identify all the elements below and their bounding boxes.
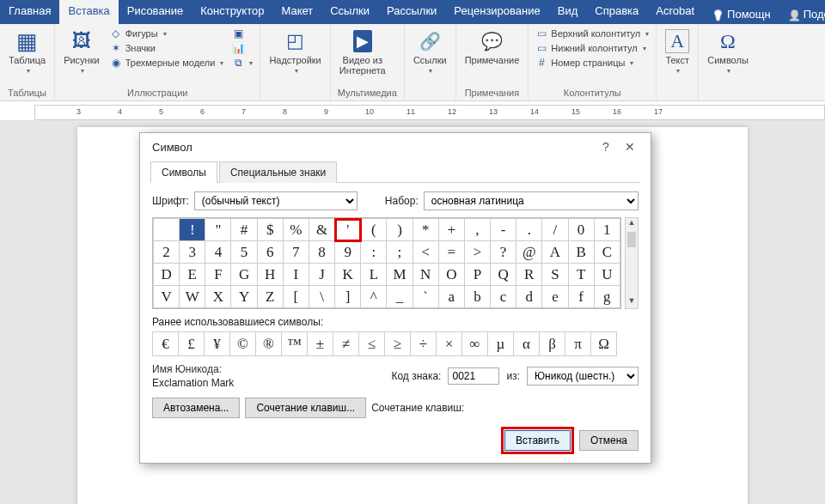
char-cell[interactable]: Q bbox=[491, 264, 516, 286]
recent-cell[interactable]: ∞ bbox=[462, 332, 488, 356]
help-button[interactable]: ? bbox=[594, 140, 618, 154]
char-cell[interactable]: b bbox=[464, 286, 490, 308]
links-button[interactable]: Ссылки ▾ bbox=[412, 27, 449, 76]
tab-макет[interactable]: Макет bbox=[272, 0, 321, 24]
char-cell[interactable]: - bbox=[491, 219, 516, 241]
char-cell[interactable]: 9 bbox=[335, 241, 361, 264]
char-cell[interactable]: T bbox=[568, 264, 594, 286]
recent-grid[interactable]: €£¥©®™±≠≤≥÷×∞µαβπΩ bbox=[152, 331, 639, 356]
screenshot-button[interactable]: ⧉▾ bbox=[232, 57, 253, 69]
tab-вид[interactable]: Вид bbox=[549, 0, 587, 24]
char-cell[interactable]: A bbox=[542, 241, 568, 264]
char-cell[interactable]: J bbox=[309, 264, 334, 286]
online-video-button[interactable]: Видео из Интернета bbox=[338, 27, 388, 77]
char-cell[interactable]: B bbox=[568, 241, 594, 264]
char-cell[interactable]: e bbox=[542, 286, 568, 308]
char-cell[interactable]: ; bbox=[387, 241, 412, 264]
char-cell[interactable]: P bbox=[464, 264, 490, 286]
from-select[interactable]: Юникод (шестн.) bbox=[527, 367, 639, 386]
char-cell[interactable]: Y bbox=[231, 286, 257, 308]
char-cell[interactable]: D bbox=[154, 264, 180, 286]
char-cell[interactable]: Z bbox=[257, 286, 283, 308]
char-cell[interactable]: 4 bbox=[205, 241, 231, 264]
char-cell[interactable]: R bbox=[516, 264, 542, 286]
char-cell[interactable]: O bbox=[438, 264, 464, 286]
code-input[interactable] bbox=[448, 367, 499, 385]
tab-рисование[interactable]: Рисование bbox=[119, 0, 192, 24]
char-cell[interactable]: & bbox=[309, 219, 334, 241]
char-cell[interactable]: E bbox=[180, 264, 205, 286]
char-cell[interactable]: @ bbox=[516, 241, 542, 264]
recent-cell[interactable]: ÷ bbox=[411, 332, 437, 356]
char-cell[interactable]: 5 bbox=[231, 241, 257, 264]
footer-button[interactable]: ▭Нижний колонтитул▾ bbox=[535, 42, 649, 54]
char-cell[interactable]: f bbox=[568, 286, 594, 308]
addins-button[interactable]: Надстройки ▾ bbox=[267, 27, 322, 76]
recent-cell[interactable]: Ω bbox=[591, 332, 617, 356]
char-cell[interactable]: ? bbox=[491, 241, 516, 264]
recent-cell[interactable]: π bbox=[565, 332, 591, 356]
char-cell[interactable]: : bbox=[361, 241, 387, 264]
char-cell[interactable]: $ bbox=[257, 219, 283, 241]
tab-ссылки[interactable]: Ссылки bbox=[321, 0, 378, 24]
char-cell[interactable]: W bbox=[180, 286, 205, 308]
char-cell[interactable]: I bbox=[283, 264, 309, 286]
char-cell[interactable]: \ bbox=[309, 286, 334, 308]
char-cell[interactable]: ! bbox=[180, 219, 205, 241]
char-cell[interactable]: , bbox=[464, 219, 490, 241]
recent-cell[interactable]: × bbox=[437, 332, 462, 356]
header-button[interactable]: ▭Верхний колонтитул▾ bbox=[535, 27, 649, 39]
char-cell[interactable]: 8 bbox=[309, 241, 334, 264]
char-cell[interactable]: ` bbox=[412, 286, 438, 308]
char-cell[interactable]: " bbox=[205, 219, 231, 241]
character-grid[interactable]: !"#$%&'()*+,-./0123456789:;<=>?@ABCDEFGH… bbox=[152, 217, 621, 309]
char-cell[interactable]: S bbox=[542, 264, 568, 286]
char-cell[interactable]: 0 bbox=[568, 219, 594, 241]
symbols-button[interactable]: Символы ▾ bbox=[706, 27, 750, 76]
char-cell[interactable] bbox=[154, 219, 180, 241]
scroll-up-icon[interactable]: ▲ bbox=[626, 218, 638, 230]
recent-cell[interactable]: ≥ bbox=[385, 332, 411, 356]
recent-cell[interactable]: ± bbox=[308, 332, 333, 356]
font-select[interactable]: (обычный текст) bbox=[194, 191, 358, 210]
char-cell[interactable]: < bbox=[412, 241, 438, 264]
char-cell[interactable]: _ bbox=[387, 286, 412, 308]
recent-cell[interactable]: α bbox=[514, 332, 540, 356]
shapes-button[interactable]: ◇Фигуры▾ bbox=[110, 27, 224, 39]
recent-cell[interactable]: β bbox=[540, 332, 565, 356]
char-cell[interactable]: a bbox=[438, 286, 464, 308]
char-cell[interactable]: . bbox=[516, 219, 542, 241]
recent-cell[interactable]: ™ bbox=[282, 332, 308, 356]
tab-вставка[interactable]: Вставка bbox=[59, 0, 118, 24]
textbox-button[interactable]: Текст ▾ bbox=[663, 27, 691, 76]
set-select[interactable]: основная латиница bbox=[424, 191, 639, 210]
char-cell[interactable]: 1 bbox=[594, 219, 620, 241]
char-cell[interactable]: L bbox=[361, 264, 387, 286]
scroll-down-icon[interactable]: ▼ bbox=[626, 296, 638, 308]
char-cell[interactable]: ) bbox=[387, 219, 412, 241]
icons-button[interactable]: ✶Значки bbox=[110, 42, 224, 54]
recent-cell[interactable]: © bbox=[230, 332, 256, 356]
recent-cell[interactable]: £ bbox=[179, 332, 205, 356]
char-cell[interactable]: F bbox=[205, 264, 231, 286]
tab-справка[interactable]: Справка bbox=[586, 0, 647, 24]
insert-button[interactable]: Вставить bbox=[504, 430, 571, 451]
char-cell[interactable]: 7 bbox=[283, 241, 309, 264]
char-cell[interactable]: U bbox=[594, 264, 620, 286]
char-cell[interactable]: [ bbox=[283, 286, 309, 308]
page-number-button[interactable]: #Номер страницы▾ bbox=[535, 57, 649, 69]
tab-рассылки[interactable]: Рассылки bbox=[378, 0, 445, 24]
char-cell[interactable]: 6 bbox=[257, 241, 283, 264]
char-cell[interactable]: C bbox=[594, 241, 620, 264]
close-button[interactable]: ✕ bbox=[618, 140, 642, 154]
tell-me[interactable]: Помощн bbox=[703, 0, 779, 24]
char-cell[interactable]: ( bbox=[361, 219, 387, 241]
char-cell[interactable]: X bbox=[205, 286, 231, 308]
recent-cell[interactable]: ≤ bbox=[359, 332, 385, 356]
char-cell[interactable]: 2 bbox=[154, 241, 180, 264]
char-cell[interactable]: K bbox=[335, 264, 361, 286]
shortcut-button[interactable]: Сочетание клавиш... bbox=[245, 398, 366, 418]
tab-symbols[interactable]: Символы bbox=[150, 161, 217, 183]
char-cell[interactable]: = bbox=[438, 241, 464, 264]
char-cell[interactable]: M bbox=[387, 264, 412, 286]
